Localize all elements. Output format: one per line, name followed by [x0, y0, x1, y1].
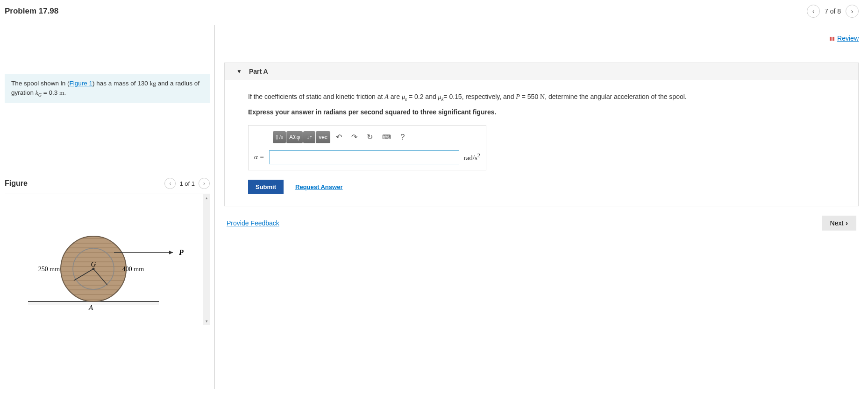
figure-link[interactable]: Figure 1 — [70, 80, 93, 87]
help-button[interactable]: ? — [397, 131, 409, 143]
problem-title: Problem 17.98 — [5, 7, 58, 16]
review-link[interactable]: ▮▮ Review — [829, 35, 859, 42]
left-panel: The spool shown in (Figure 1) has a mass… — [0, 25, 215, 389]
figure-counter: 1 of 1 — [179, 180, 195, 187]
feedback-row: Provide Feedback Next › — [224, 216, 859, 231]
instruction-text: Express your answer in radians per secon… — [248, 108, 835, 116]
figure-viewport: G P 250 mm 400 mm A ▴ ▾ — [5, 194, 210, 325]
template-tool-button[interactable]: ▯√▯ — [273, 131, 286, 143]
label-250: 250 mm — [38, 266, 60, 273]
vec-tool-button[interactable]: vec — [316, 131, 330, 143]
redo-button[interactable]: ↷ — [348, 131, 361, 143]
part-header[interactable]: ▼ Part A — [225, 63, 858, 80]
next-figure-button[interactable]: › — [199, 178, 210, 189]
reset-button[interactable]: ↻ — [363, 131, 377, 143]
submit-button[interactable]: Submit — [248, 180, 284, 194]
label-G: G — [91, 260, 96, 268]
main-content: The spool shown in (Figure 1) has a mass… — [0, 25, 868, 389]
request-answer-link[interactable]: Request Answer — [295, 183, 342, 190]
page-nav: ‹ 7 of 8 › — [807, 5, 859, 18]
variable-label: α = — [254, 153, 264, 161]
svg-marker-10 — [169, 251, 173, 254]
next-problem-button[interactable]: › — [846, 5, 859, 18]
question-text: If the coefficients of static and kineti… — [248, 91, 835, 104]
problem-statement: The spool shown in (Figure 1) has a mass… — [5, 74, 210, 103]
subscript-tool-button[interactable]: ↓↑ — [303, 131, 315, 143]
label-P: P — [178, 248, 184, 256]
submit-row: Submit Request Answer — [248, 180, 835, 194]
answer-box: ▯√▯ ΑΣφ ↓↑ vec ↶ ↷ ↻ ⌨ ? α = — [248, 125, 486, 170]
undo-button[interactable]: ↶ — [332, 131, 346, 143]
figure-header: Figure ‹ 1 of 1 › — [5, 178, 210, 194]
keyboard-button[interactable]: ⌨ — [378, 131, 395, 143]
figure-section: Figure ‹ 1 of 1 › — [0, 178, 214, 325]
answer-input[interactable] — [269, 150, 459, 164]
figure-nav: ‹ 1 of 1 › — [164, 178, 210, 189]
chevron-right-icon: › — [846, 219, 848, 227]
part-title: Part A — [249, 68, 268, 75]
figure-scrollbar[interactable]: ▴ ▾ — [203, 194, 210, 325]
unit-label: rad/s2 — [464, 152, 480, 162]
part-body: If the coefficients of static and kineti… — [225, 80, 858, 206]
right-panel: ▮▮ Review ▼ Part A If the coefficients o… — [215, 25, 868, 389]
prev-problem-button[interactable]: ‹ — [807, 5, 820, 18]
spool-diagram: G P 250 mm 400 mm A — [5, 204, 187, 316]
part-container: ▼ Part A If the coefficients of static a… — [224, 63, 859, 206]
page-counter: 7 of 8 — [825, 7, 841, 15]
equation-toolbar: ▯√▯ ΑΣφ ↓↑ vec ↶ ↷ ↻ ⌨ ? — [254, 131, 480, 143]
figure-title: Figure — [5, 179, 28, 188]
label-A: A — [88, 304, 93, 311]
page-header: Problem 17.98 ‹ 7 of 8 › — [0, 0, 868, 25]
input-row: α = rad/s2 — [254, 150, 480, 164]
collapse-icon: ▼ — [236, 68, 242, 75]
greek-tool-button[interactable]: ΑΣφ — [286, 131, 303, 143]
svg-rect-1 — [28, 302, 159, 305]
review-icon: ▮▮ — [829, 35, 835, 42]
next-button[interactable]: Next › — [822, 216, 856, 231]
scroll-up-icon[interactable]: ▴ — [204, 195, 209, 201]
scroll-down-icon[interactable]: ▾ — [204, 318, 209, 324]
label-400: 400 mm — [122, 266, 144, 273]
provide-feedback-link[interactable]: Provide Feedback — [227, 219, 279, 227]
prev-figure-button[interactable]: ‹ — [164, 178, 176, 189]
